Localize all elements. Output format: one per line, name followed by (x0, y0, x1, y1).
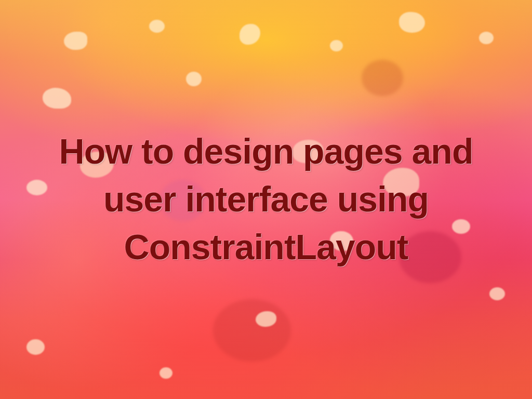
title-container: How to design pages and user interface u… (0, 0, 532, 399)
page-title: How to design pages and user interface u… (0, 128, 532, 271)
